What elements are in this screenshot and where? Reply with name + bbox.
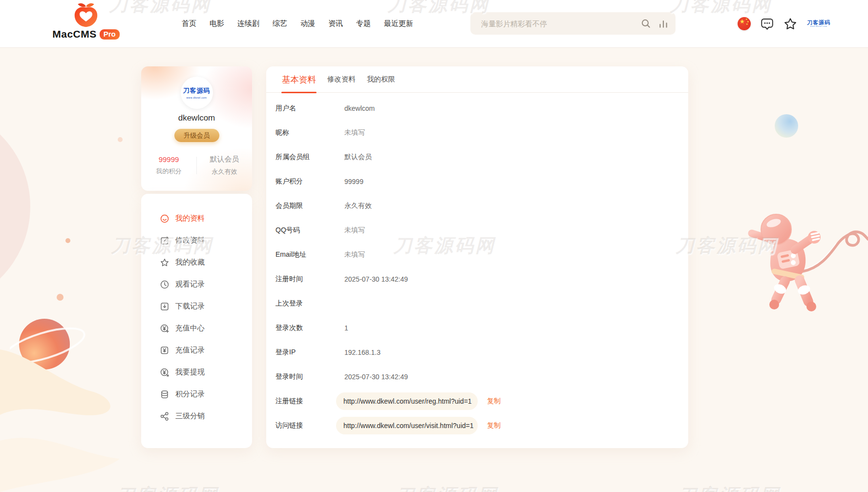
nav-item-2[interactable]: 电影: [210, 19, 224, 28]
row-value: 默认会员: [344, 153, 372, 162]
row-label: 上次登录: [275, 299, 344, 308]
sidebar-item-label: 充值记录: [175, 346, 205, 355]
info-row-所属会员组: 所属会员组默认会员: [275, 145, 679, 169]
header: MacCMS Pro 首页电影连续剧综艺动漫资讯专题最近更新 ★ ★ ★ ★: [0, 0, 868, 48]
rankings-chart-icon[interactable]: [658, 18, 669, 29]
row-value: 99999: [344, 178, 363, 185]
watermark: 刀客源码网: [116, 483, 219, 492]
sidebar-item-三级分销[interactable]: 三级分销: [141, 405, 252, 427]
decor-dot: [65, 238, 70, 243]
sidebar-item-我要提现[interactable]: 我要提现: [141, 361, 252, 383]
profile-detail-rows: 用户名dkewlcom昵称未填写所属会员组默认会员账户积分99999会员期限永久…: [266, 93, 688, 438]
tab-我的权限[interactable]: 我的权限: [367, 66, 395, 92]
nav-item-3[interactable]: 连续剧: [237, 19, 259, 28]
row-value: dkewlcom: [344, 104, 375, 112]
astronaut-illustration: [745, 209, 868, 322]
profile-smiley-icon: [160, 214, 169, 224]
tab-修改资料[interactable]: 修改资料: [327, 66, 356, 92]
info-row-注册时间: 注册时间2025-07-30 13:42:49: [275, 267, 679, 291]
decor-dot: [57, 294, 64, 301]
row-value: 2025-07-30 13:42:49: [344, 373, 408, 381]
sidebar-item-我的资料[interactable]: 我的资料: [141, 207, 252, 229]
cream-ribbon-illustration: [0, 336, 161, 492]
info-row-登录时间: 登录时间2025-07-30 13:42:49: [275, 365, 679, 389]
row-value: 1: [344, 324, 348, 332]
left-pale-circle-decor: [0, 105, 30, 308]
info-row-账户积分: 账户积分99999: [275, 169, 679, 194]
site-logo[interactable]: MacCMS Pro: [48, 2, 124, 40]
avatar-logo-subtext: www.dkewl.com: [186, 96, 207, 99]
decor-dot: [118, 137, 123, 142]
nav-item-4[interactable]: 综艺: [273, 19, 287, 28]
copy-button[interactable]: 复制: [487, 397, 501, 406]
search-input[interactable]: [470, 20, 640, 28]
link-row-注册链接: 注册链接http://www.dkewl.com/user/reg.html?u…: [275, 389, 679, 413]
dkewl-mini-logo[interactable]: 刀客源码 www.dkewl.com: [807, 20, 830, 27]
row-label: 登录次数: [275, 324, 344, 332]
upgrade-member-button[interactable]: 升级会员: [174, 129, 219, 142]
profile-card: 刀客源码 www.dkewl.com dkewlcom 升级会员 99999我的…: [141, 66, 252, 191]
link-url-field[interactable]: http://www.dkewl.com/user/reg.html?uid=1: [336, 392, 478, 410]
info-row-登录次数: 登录次数1: [275, 316, 679, 340]
tab-基本资料[interactable]: 基本资料: [282, 66, 316, 92]
stat-1: 99999我的积分: [141, 155, 196, 176]
favorites-star-icon[interactable]: [783, 17, 797, 31]
info-row-Email地址: Email地址未填写: [275, 243, 679, 267]
sidebar-item-label: 我的收藏: [175, 258, 205, 267]
edit-icon: [160, 236, 169, 246]
search-bar: [470, 12, 676, 35]
recharge-record-icon: [160, 346, 169, 355]
sidebar-item-label: 积分记录: [175, 390, 205, 399]
stat-value: 默认会员: [197, 155, 252, 164]
sidebar-item-充值记录[interactable]: 充值记录: [141, 339, 252, 361]
saturn-planet-illustration: [10, 308, 88, 381]
page: { "header": { "logo": { "brand": "MacCMS…: [0, 0, 868, 492]
dkewl-mini-logo-subtext: www.dkewl.com: [807, 25, 830, 27]
blue-planet-illustration: [775, 114, 798, 138]
row-label: 用户名: [275, 104, 344, 113]
sidebar-item-label: 我的资料: [175, 214, 205, 223]
logo-brand-text: MacCMS: [52, 28, 97, 40]
copy-button[interactable]: 复制: [487, 421, 501, 430]
username: dkewlcom: [178, 113, 215, 123]
logo-pro-badge: Pro: [100, 29, 120, 40]
stat-label: 永久有效: [197, 167, 252, 176]
sidebar-item-下载记录[interactable]: 下载记录: [141, 295, 252, 317]
tab-bar: 基本资料修改资料我的权限: [266, 66, 688, 93]
nav-item-6[interactable]: 资讯: [328, 19, 343, 28]
row-label: 访问链接: [275, 421, 336, 430]
messages-icon[interactable]: [761, 17, 774, 30]
row-label: 所属会员组: [275, 153, 344, 162]
sidebar-item-label: 观看记录: [175, 280, 205, 289]
row-label: 会员期限: [275, 202, 344, 210]
nav-item-7[interactable]: 专题: [356, 19, 371, 28]
info-row-上次登录: 上次登录: [275, 291, 679, 316]
row-label: 登录IP: [275, 348, 344, 357]
nav-item-8[interactable]: 最近更新: [384, 19, 413, 28]
sidebar-item-我的收藏[interactable]: 我的收藏: [141, 251, 252, 273]
sidebar-item-充值中心[interactable]: 充值中心: [141, 317, 252, 339]
search-icon[interactable]: [640, 18, 651, 29]
main-nav: 首页电影连续剧综艺动漫资讯专题最近更新: [182, 0, 413, 47]
row-value: 未填写: [344, 226, 365, 235]
sidebar-item-积分记录[interactable]: 积分记录: [141, 383, 252, 405]
nav-item-5[interactable]: 动漫: [300, 19, 315, 28]
withdraw-icon: [160, 368, 169, 377]
row-label: Email地址: [275, 250, 344, 259]
header-icons: ★ ★ ★ ★ 刀客源码 www.dkewl.com: [738, 0, 830, 47]
sidebar-item-label: 下载记录: [175, 302, 205, 311]
sidebar-item-观看记录[interactable]: 观看记录: [141, 273, 252, 295]
info-row-登录IP: 登录IP192.168.1.3: [275, 340, 679, 365]
avatar: 刀客源码 www.dkewl.com: [181, 77, 213, 109]
row-label: 登录时间: [275, 372, 344, 381]
nav-item-1[interactable]: 首页: [182, 19, 196, 28]
link-url-field[interactable]: http://www.dkewl.com/user/visit.html?uid…: [336, 417, 478, 434]
main-content-card: 基本资料修改资料我的权限 用户名dkewlcom昵称未填写所属会员组默认会员账户…: [266, 66, 688, 448]
download-icon: [160, 302, 169, 311]
row-value: 未填写: [344, 128, 365, 137]
watermark: 刀客源码网: [396, 483, 498, 492]
language-flag-icon[interactable]: ★ ★ ★ ★: [738, 17, 751, 30]
sidebar-item-修改资料[interactable]: 修改资料: [141, 229, 252, 251]
row-label: 昵称: [275, 128, 344, 137]
row-value: 192.168.1.3: [344, 348, 381, 356]
